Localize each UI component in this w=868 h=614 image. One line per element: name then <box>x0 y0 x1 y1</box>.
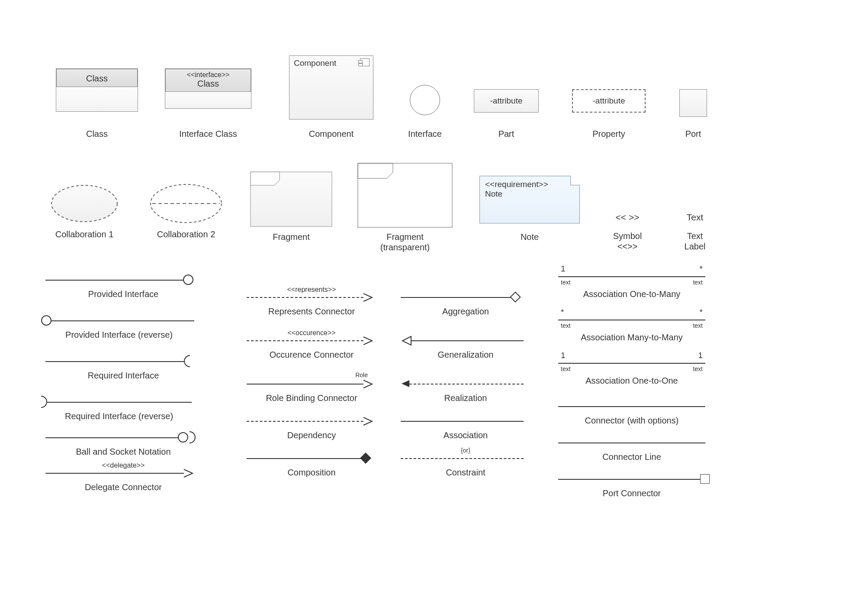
a1m-caption: Association One-to-Many <box>558 289 705 299</box>
interface-stereo: <<interface>> <box>166 71 251 79</box>
svg-point-0 <box>51 185 117 222</box>
generalization-caption: Generalization <box>401 350 530 360</box>
shape-interface-class: <<interface>> Class Interface Class <box>165 68 251 109</box>
arrow-open-icon <box>363 379 374 389</box>
provided-rev-caption: Provided Interface (reverse) <box>41 330 197 340</box>
arrow-open-icon <box>183 469 194 478</box>
occurence-tag: <<occurence>> <box>247 329 376 337</box>
property-caption: Property <box>572 129 646 139</box>
a1m-left: 1 <box>561 264 566 274</box>
shape-collab1: Collaboration 1 <box>48 182 121 227</box>
provided-caption: Provided Interface <box>45 289 201 299</box>
conn-opts-caption: Connector (with options) <box>558 416 705 426</box>
fragment-caption: Fragment <box>250 232 332 242</box>
symbol-glyph: << >> <box>601 212 653 223</box>
rolebind-caption: Role Binding Connector <box>247 393 376 403</box>
shape-port: Port <box>679 89 707 117</box>
note-caption: Note <box>479 232 580 242</box>
amm-right: * <box>700 307 703 317</box>
a11-right: 1 <box>698 351 703 360</box>
shape-class: Class Class <box>56 68 138 112</box>
note-stereo: <<requirement>> <box>485 180 574 189</box>
association-caption: Association <box>401 430 530 440</box>
symbol-caption2: <<>> <box>601 242 653 252</box>
amm-leftT: text <box>561 322 571 329</box>
a11-rightT: text <box>693 365 703 372</box>
shape-note: <<requirement>> Note Note <box>479 176 580 223</box>
realization-caption: Realization <box>401 393 530 403</box>
shape-interface-circle: Interface <box>408 85 442 115</box>
a11-left: 1 <box>561 351 566 360</box>
amm-left: * <box>561 307 564 317</box>
arrow-open-icon <box>363 336 374 346</box>
dashed-ellipse-line-icon <box>147 182 225 225</box>
arrow-open-icon <box>363 417 374 426</box>
required-caption: Required Interface <box>45 371 201 381</box>
part-caption: Part <box>474 129 539 139</box>
shape-component: Component Component <box>289 55 373 120</box>
text-glyph: Text <box>673 212 717 223</box>
dependency-caption: Dependency <box>247 430 376 440</box>
represents-tag: <<represents>> <box>247 286 376 294</box>
aggregation-caption: Aggregation <box>401 307 530 317</box>
a1m-leftT: text <box>561 279 571 286</box>
shape-part: -attribute Part <box>474 89 539 113</box>
component-icon <box>360 58 370 66</box>
shape-fragment-transparent: Fragment (transparent) <box>357 163 453 230</box>
port-conn-caption: Port Connector <box>558 488 705 498</box>
triangle-filled-icon <box>401 379 410 388</box>
interface-class-caption: Interface Class <box>165 129 251 139</box>
shape-collab2: Collaboration 2 <box>147 182 225 227</box>
required-rev-caption: Required Interface (reverse) <box>41 411 197 421</box>
svg-rect-4 <box>358 163 452 227</box>
amm-caption: Association Many-to-Many <box>558 333 705 343</box>
part-text: -attribute <box>490 96 523 106</box>
interface-header: Class <box>166 79 251 89</box>
composition-caption: Composition <box>247 468 376 478</box>
fragment-icon <box>250 171 332 227</box>
fragment-t-caption1: Fragment <box>357 232 453 242</box>
constraint-caption: Constraint <box>401 468 530 478</box>
shape-property: -attribute Property <box>572 89 646 113</box>
dashed-ellipse-icon <box>48 182 121 225</box>
a1m-right: * <box>700 264 703 274</box>
shape-text-label: Text Text Label <box>673 212 717 223</box>
ball-socket-caption: Ball and Socket Notation <box>45 447 201 457</box>
amm-rightT: text <box>693 322 703 329</box>
port-square-icon <box>700 474 710 484</box>
component-title: Component <box>294 58 336 68</box>
delegate-tag: <<delegate>> <box>45 462 201 469</box>
constraint-tag: {or} <box>401 447 530 454</box>
text-caption2: Label <box>673 242 717 252</box>
collab2-caption: Collaboration 2 <box>147 229 225 239</box>
conn-line-caption: Connector Line <box>558 452 705 462</box>
a11-leftT: text <box>561 365 571 372</box>
fragment-t-caption2: (transparent) <box>357 242 453 252</box>
represents-caption: Represents Connector <box>247 307 376 317</box>
interface-circle-caption: Interface <box>399 129 451 139</box>
arrow-open-icon <box>363 293 374 302</box>
collab1-caption: Collaboration 1 <box>48 229 121 239</box>
note-text: Note <box>485 189 574 199</box>
class-caption: Class <box>56 129 138 139</box>
class-header: Class <box>56 69 138 87</box>
fragment-transparent-icon <box>357 163 453 228</box>
occurence-caption: Occurence Connector <box>247 350 376 360</box>
a11-caption: Association One-to-One <box>558 376 705 386</box>
a1m-rightT: text <box>693 279 703 286</box>
component-caption: Component <box>289 129 373 139</box>
delegate-caption: Delegate Connector <box>45 482 201 492</box>
text-caption1: Text <box>673 231 717 241</box>
symbol-caption1: Symbol <box>601 231 653 241</box>
port-caption: Port <box>671 129 716 139</box>
shape-symbol: << >> Symbol <<>> <box>601 212 653 223</box>
role-tag: Role <box>355 372 368 378</box>
shape-fragment: Fragment <box>250 171 332 229</box>
triangle-open-icon <box>401 336 412 346</box>
property-text: -attribute <box>593 96 625 106</box>
